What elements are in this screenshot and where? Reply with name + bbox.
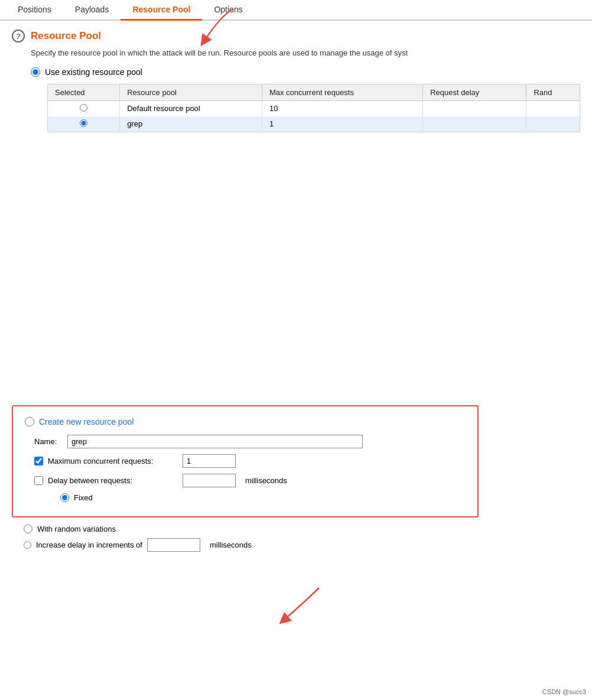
max-concurrent-input[interactable] xyxy=(183,454,236,468)
pool-list-empty-area xyxy=(12,139,580,393)
create-new-radio-row[interactable]: Create new resource pool xyxy=(25,417,466,426)
increment-label: Increase delay in increments of xyxy=(36,541,142,549)
create-new-link[interactable]: Create new resource pool xyxy=(39,417,134,426)
row1-selected[interactable] xyxy=(48,100,120,116)
tabs-bar: Positions Payloads Resource Pool Options xyxy=(0,0,592,21)
row1-delay xyxy=(423,100,526,116)
use-existing-label: Use existing resource pool xyxy=(45,67,142,77)
row2-max: 1 xyxy=(262,116,422,132)
row1-rand xyxy=(526,100,580,116)
fixed-radio[interactable] xyxy=(60,493,69,502)
col-selected: Selected xyxy=(48,84,120,101)
max-concurrent-label: Maximum concurrent requests: xyxy=(48,457,178,465)
row2-selected[interactable] xyxy=(48,116,120,132)
increment-unit: milliseconds xyxy=(210,541,252,549)
col-resource-pool: Resource pool xyxy=(120,84,262,101)
section-title: Resource Pool xyxy=(31,30,101,42)
row1-name: Default resource pool xyxy=(120,100,262,116)
tab-positions[interactable]: Positions xyxy=(6,0,63,21)
max-concurrent-checkbox[interactable] xyxy=(34,457,43,465)
increment-row: Increase delay in increments of millisec… xyxy=(24,538,580,552)
table-row: grep 1 xyxy=(48,116,580,132)
increment-input[interactable] xyxy=(147,538,200,552)
use-existing-option[interactable]: Use existing resource pool xyxy=(31,67,580,77)
row2-rand xyxy=(526,116,580,132)
options-section: With random variations Increase delay in… xyxy=(18,525,580,552)
random-variations-row[interactable]: With random variations xyxy=(24,525,580,533)
delay-input[interactable] xyxy=(183,474,236,487)
section-description: Specify the resource pool in which the a… xyxy=(31,47,580,59)
fixed-row[interactable]: Fixed xyxy=(60,493,466,502)
name-row: Name: xyxy=(34,435,466,448)
tab-options[interactable]: Options xyxy=(202,0,254,21)
row2-radio[interactable] xyxy=(80,119,87,127)
delay-label: Delay between requests: xyxy=(48,476,178,485)
delay-unit: milliseconds xyxy=(245,476,287,485)
help-icon[interactable]: ? xyxy=(12,30,25,43)
main-content: ? Resource Pool Specify the resource poo… xyxy=(0,21,592,561)
increment-radio[interactable] xyxy=(24,541,31,549)
new-pool-box: Create new resource pool Name: Maximum c… xyxy=(12,405,479,517)
tab-resource-pool[interactable]: Resource Pool xyxy=(121,0,202,21)
fixed-label: Fixed xyxy=(74,493,93,502)
col-max-concurrent: Max concurrent requests xyxy=(262,84,422,101)
row2-name: grep xyxy=(120,116,262,132)
annotation-arrow-input xyxy=(254,582,331,629)
create-new-label: Create new resource pool xyxy=(39,417,134,426)
watermark: CSDN @succ3 xyxy=(542,688,586,695)
section-header: ? Resource Pool xyxy=(12,30,580,43)
delay-row: Delay between requests: milliseconds xyxy=(34,474,466,487)
random-variations-label: With random variations xyxy=(37,525,116,533)
name-input[interactable] xyxy=(67,435,363,448)
random-variations-radio[interactable] xyxy=(24,525,32,533)
resource-pool-table: Selected Resource pool Max concurrent re… xyxy=(47,84,580,132)
row1-max: 10 xyxy=(262,100,422,116)
create-new-radio[interactable] xyxy=(25,417,34,426)
col-rand: Rand xyxy=(526,84,580,101)
row1-radio[interactable] xyxy=(80,104,87,112)
row2-delay xyxy=(423,116,526,132)
col-request-delay: Request delay xyxy=(423,84,526,101)
delay-checkbox[interactable] xyxy=(34,476,43,485)
name-label: Name: xyxy=(34,437,64,446)
use-existing-radio[interactable] xyxy=(31,67,40,77)
table-row: Default resource pool 10 xyxy=(48,100,580,116)
max-concurrent-row: Maximum concurrent requests: xyxy=(34,454,466,468)
tab-payloads[interactable]: Payloads xyxy=(63,0,121,21)
